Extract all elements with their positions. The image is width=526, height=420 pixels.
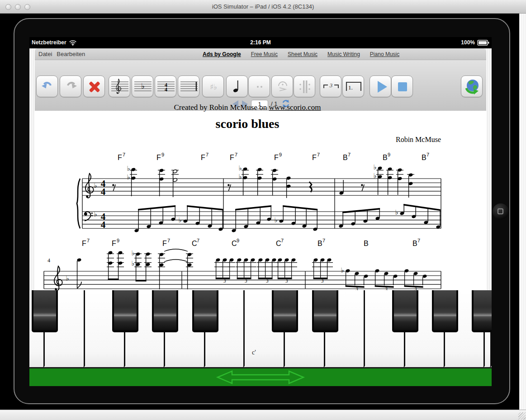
svg-text:♭: ♭ <box>131 260 134 268</box>
svg-text:3: 3 <box>285 278 288 283</box>
svg-text:7: 7 <box>317 152 320 157</box>
svg-text:F: F <box>274 154 279 161</box>
svg-text:9: 9 <box>388 152 390 157</box>
black-key[interactable] <box>392 290 418 332</box>
svg-text:4: 4 <box>47 257 50 264</box>
svg-text:9: 9 <box>279 152 282 157</box>
svg-text:9: 9 <box>161 152 164 157</box>
ipad-screen: Netzbetreiber 2:16 PM 100% <box>29 37 492 386</box>
svg-text:F: F <box>118 154 122 161</box>
svg-text:C: C <box>276 240 281 247</box>
svg-text:3: 3 <box>321 278 323 283</box>
svg-text:♭: ♭ <box>341 266 344 274</box>
svg-text:9: 9 <box>237 238 239 243</box>
svg-text:♭: ♭ <box>373 163 376 171</box>
chord-symbol: F9 <box>156 152 164 161</box>
svg-text:F: F <box>201 154 205 161</box>
home-icon <box>498 208 503 214</box>
svg-text:B: B <box>383 154 388 161</box>
svg-text:7: 7 <box>348 152 351 157</box>
chord-symbol: C7 <box>276 238 284 247</box>
chord-symbol: F9 <box>112 238 119 247</box>
window-titlebar[interactable]: iOS Simulator – iPad / iOS 4.2 (8C134) <box>0 0 526 14</box>
svg-text:C: C <box>192 240 197 247</box>
simulator-window: iOS Simulator – iPad / iOS 4.2 (8C134) N… <box>0 0 526 420</box>
black-key[interactable] <box>112 290 138 332</box>
chord-symbol: B7 <box>412 238 420 247</box>
chord-symbol: F7 <box>201 152 209 161</box>
svg-text:3: 3 <box>265 278 268 283</box>
svg-text:7: 7 <box>417 238 420 243</box>
svg-text:♭: ♭ <box>127 173 130 181</box>
chord-symbol: B <box>364 240 369 247</box>
scroll-arrows-icon <box>29 368 492 386</box>
svg-text:♭: ♭ <box>127 165 130 173</box>
svg-text:7: 7 <box>197 238 199 243</box>
svg-text:♭: ♭ <box>178 216 181 224</box>
chord-symbol: C9 <box>232 238 239 247</box>
svg-text:♭: ♭ <box>94 210 97 218</box>
svg-text:C: C <box>232 240 237 247</box>
home-button[interactable] <box>493 203 509 220</box>
svg-text:7: 7 <box>235 152 237 157</box>
svg-text:♭: ♭ <box>131 249 134 257</box>
svg-text:F: F <box>230 154 234 161</box>
svg-text:7: 7 <box>281 238 284 243</box>
svg-text:F: F <box>82 240 86 247</box>
svg-text:F: F <box>112 240 116 247</box>
svg-text:B: B <box>317 240 322 247</box>
chord-symbol: B7 <box>422 152 429 161</box>
chord-symbol: F7 <box>162 238 170 247</box>
window-bottom-edge <box>0 410 526 420</box>
svg-text:B: B <box>343 154 348 161</box>
black-key[interactable] <box>192 290 218 332</box>
keyboard-scroll-bar[interactable] <box>29 368 492 386</box>
window-right-edge <box>519 14 526 420</box>
chord-symbol: F7 <box>118 152 125 161</box>
svg-text:4: 4 <box>101 219 106 230</box>
svg-text:♭: ♭ <box>373 172 376 180</box>
svg-text:B: B <box>412 240 417 247</box>
chord-symbol: B7 <box>343 152 351 161</box>
svg-text:♭: ♭ <box>238 173 242 181</box>
window-title: iOS Simulator – iPad / iOS 4.2 (8C134) <box>0 3 526 10</box>
chord-symbol: B7 <box>317 238 325 247</box>
svg-text:3: 3 <box>223 278 226 283</box>
middle-c-label: c' <box>252 349 256 356</box>
svg-text:7: 7 <box>426 152 429 157</box>
black-key[interactable] <box>32 290 58 332</box>
svg-text:9: 9 <box>117 238 119 243</box>
svg-text:♭: ♭ <box>238 164 242 172</box>
black-key[interactable] <box>272 290 298 332</box>
svg-text:♭: ♭ <box>274 216 277 224</box>
chord-symbol: F9 <box>274 152 282 161</box>
svg-text:B: B <box>364 240 369 247</box>
svg-text:4: 4 <box>101 186 106 197</box>
resize-grip[interactable] <box>518 412 526 420</box>
svg-text:7: 7 <box>167 238 170 243</box>
svg-text:7: 7 <box>123 152 125 157</box>
ipad-bezel: Netzbetreiber 2:16 PM 100% <box>14 18 510 404</box>
black-key[interactable] <box>312 290 338 332</box>
svg-text:F: F <box>312 154 317 161</box>
chord-symbol: F7 <box>230 152 237 161</box>
black-key[interactable] <box>152 290 178 332</box>
svg-text:♭: ♭ <box>94 182 97 190</box>
chord-symbol: C7 <box>192 238 199 247</box>
chord-symbol: B9 <box>383 152 390 161</box>
svg-text:3: 3 <box>244 278 247 283</box>
black-key[interactable] <box>472 290 492 332</box>
svg-text:♭: ♭ <box>66 274 69 283</box>
svg-text:F: F <box>162 240 167 247</box>
svg-text:B: B <box>422 154 426 161</box>
piano-keyboard: c' <box>29 290 492 368</box>
svg-text:♭: ♭ <box>395 208 398 217</box>
svg-text:7: 7 <box>322 238 325 243</box>
svg-text:F: F <box>156 154 161 161</box>
chord-symbol: F7 <box>82 238 90 247</box>
chord-symbol: F7 <box>312 152 320 161</box>
black-key[interactable] <box>432 290 458 332</box>
svg-text:7: 7 <box>206 152 209 157</box>
svg-text:7: 7 <box>87 238 90 243</box>
